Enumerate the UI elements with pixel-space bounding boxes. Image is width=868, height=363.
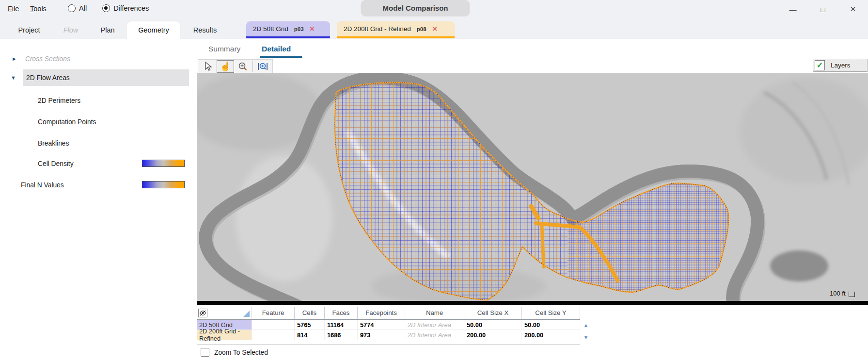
sidebar-item-label: 2D Flow Areas bbox=[26, 74, 70, 82]
zoom-to-selected-checkbox[interactable] bbox=[201, 348, 209, 357]
tab-geometry[interactable]: Geometry bbox=[127, 21, 180, 39]
col-header-cells[interactable]: Cells bbox=[295, 307, 325, 319]
col-header-cell-size-y[interactable]: Cell Size Y bbox=[522, 307, 580, 319]
sidebar-item-breaklines[interactable]: Breaklines bbox=[0, 135, 197, 151]
radio-all[interactable]: All bbox=[68, 4, 87, 12]
plan-tab-200ft-label: 2D 200ft Grid - Refined bbox=[344, 25, 411, 33]
area-name-cell: 2D Interior Area bbox=[405, 320, 464, 330]
scroll-down-icon[interactable]: ▼ bbox=[582, 333, 590, 341]
tab-summary[interactable]: Summary bbox=[208, 45, 240, 53]
layers-checkbox[interactable]: ✓ bbox=[815, 60, 825, 70]
menu-tools[interactable]: Tools bbox=[30, 5, 47, 13]
col-header-name[interactable]: Name bbox=[405, 307, 464, 319]
table-corner-cell[interactable] bbox=[197, 307, 252, 319]
map-scale: 100 ft bbox=[830, 290, 855, 297]
map-toolbar: ☝ bbox=[198, 59, 273, 74]
sidebar-item-label: Breaklines bbox=[38, 140, 69, 147]
faces-count: 11164 bbox=[325, 320, 358, 330]
facepoints-count: 5774 bbox=[358, 320, 405, 330]
terrain-dark-patch bbox=[770, 250, 828, 281]
maximize-icon[interactable]: □ bbox=[815, 3, 831, 16]
plan-tab-50ft-code: p03 bbox=[294, 26, 304, 32]
map-bottom-border bbox=[197, 301, 868, 305]
close-icon[interactable]: ✕ bbox=[845, 3, 861, 16]
faces-count: 1686 bbox=[325, 330, 358, 340]
map-view[interactable] bbox=[197, 73, 868, 301]
table-footer-divider bbox=[197, 344, 580, 345]
feature-cell bbox=[252, 320, 295, 330]
expanded-caret-icon[interactable]: ▼ bbox=[11, 75, 16, 81]
mode-radio-group: All Differences bbox=[68, 4, 149, 12]
sidebar-item-label: Cell Density bbox=[38, 160, 74, 167]
cells-count: 814 bbox=[295, 330, 325, 340]
col-header-feature[interactable]: Feature bbox=[252, 307, 295, 319]
layers-button-label: Layers bbox=[831, 62, 851, 69]
col-header-cell-size-x[interactable]: Cell Size X bbox=[464, 307, 522, 319]
tab-plan[interactable]: Plan bbox=[93, 21, 122, 39]
minimize-icon[interactable]: — bbox=[785, 3, 801, 16]
table-row[interactable]: 2D 200ft Grid - Refined 814 1686 973 2D … bbox=[197, 330, 580, 340]
tab-flow: Flow bbox=[57, 21, 84, 39]
title-bar: File Tools All Differences Model Compari… bbox=[0, 0, 868, 39]
sidebar-item-label: Cross Sections bbox=[25, 55, 70, 63]
menu-file[interactable]: File bbox=[8, 5, 19, 13]
window-title: Model Comparison bbox=[361, 0, 470, 16]
collapsed-caret-icon[interactable]: ► bbox=[12, 56, 17, 62]
detailed-tab-underline bbox=[260, 56, 302, 58]
map-scale-label: 100 ft bbox=[830, 290, 846, 297]
visibility-eye-off-icon[interactable] bbox=[198, 309, 207, 317]
facepoints-count: 973 bbox=[358, 330, 405, 340]
toolbar-separator bbox=[253, 61, 253, 72]
cell-size-y: 50.00 bbox=[522, 320, 580, 330]
app-window: File Tools All Differences Model Compari… bbox=[0, 0, 868, 363]
sidebar-item-label: 2D Perimeters bbox=[38, 97, 80, 104]
scroll-up-icon[interactable]: ▲ bbox=[582, 321, 590, 329]
cell-size-x: 50.00 bbox=[464, 320, 522, 330]
feature-cell bbox=[252, 330, 295, 340]
check-icon: ✓ bbox=[817, 61, 823, 70]
col-header-faces[interactable]: Faces bbox=[325, 307, 358, 319]
row-name-cell[interactable]: 2D 200ft Grid - Refined bbox=[197, 330, 252, 340]
layer-sidebar: ► Cross Sections ▼ 2D Flow Areas 2D Peri… bbox=[0, 39, 197, 363]
plan-tab-50ft-close-icon[interactable]: ✕ bbox=[310, 25, 315, 33]
zoom-to-selected-label: Zoom To Selected bbox=[214, 349, 268, 356]
plan-tab-200ft-close-icon[interactable]: ✕ bbox=[432, 25, 438, 33]
radio-differences-circle bbox=[102, 4, 110, 12]
sidebar-item-label: Final N Values bbox=[21, 182, 64, 189]
cell-size-y: 200.00 bbox=[522, 330, 580, 340]
plan-tab-50ft-label: 2D 50ft Grid bbox=[253, 25, 288, 33]
table-row[interactable]: 2D 50ft Grid 5765 11164 5774 2D Interior… bbox=[197, 320, 580, 330]
radio-all-circle bbox=[68, 4, 76, 12]
sidebar-item-cell-density[interactable]: Cell Density bbox=[0, 155, 197, 172]
sidebar-item-final-n-values[interactable]: Final N Values bbox=[0, 177, 197, 193]
cell-density-gradient-legend bbox=[142, 160, 185, 167]
col-header-facepoints[interactable]: Facepoints bbox=[358, 307, 405, 319]
plan-tab-200ft[interactable]: 2D 200ft Grid - Refined p08 ✕ bbox=[337, 21, 455, 38]
sort-indicator-icon[interactable] bbox=[243, 311, 250, 317]
radio-differences-label: Differences bbox=[113, 4, 149, 12]
cell-size-x: 200.00 bbox=[464, 330, 522, 340]
zoom-window-icon[interactable] bbox=[254, 60, 271, 73]
final-n-values-gradient-legend bbox=[142, 181, 185, 188]
radio-all-label: All bbox=[79, 4, 87, 12]
sidebar-item-computation-points[interactable]: Computation Points bbox=[0, 114, 197, 130]
plan-tab-50ft[interactable]: 2D 50ft Grid p03 ✕ bbox=[246, 21, 330, 38]
tab-detailed[interactable]: Detailed bbox=[262, 45, 291, 53]
layers-button[interactable]: ✓ Layers bbox=[813, 59, 868, 72]
tab-project[interactable]: Project bbox=[12, 21, 47, 39]
scale-bracket-icon bbox=[849, 292, 855, 297]
sidebar-item-label: Computation Points bbox=[38, 118, 96, 126]
sidebar-item-cross-sections[interactable]: ► Cross Sections bbox=[0, 50, 197, 67]
sidebar-item-2d-perimeters[interactable]: 2D Perimeters bbox=[0, 92, 197, 109]
select-cursor-icon[interactable] bbox=[199, 60, 217, 73]
window-controls: — □ ✕ bbox=[785, 3, 861, 16]
cells-count: 5765 bbox=[295, 320, 325, 330]
zoom-in-icon[interactable] bbox=[234, 60, 252, 73]
area-name-cell: 2D Interior Area bbox=[405, 330, 464, 340]
sidebar-item-2d-flow-areas[interactable]: ▼ 2D Flow Areas bbox=[0, 69, 197, 86]
zoom-to-selected[interactable]: Zoom To Selected bbox=[201, 348, 268, 357]
tab-results[interactable]: Results bbox=[188, 21, 222, 39]
comparison-table: Feature Cells Faces Facepoints Name Cell… bbox=[197, 307, 580, 340]
radio-differences[interactable]: Differences bbox=[102, 4, 149, 12]
pan-hand-icon[interactable]: ☝ bbox=[217, 60, 234, 73]
